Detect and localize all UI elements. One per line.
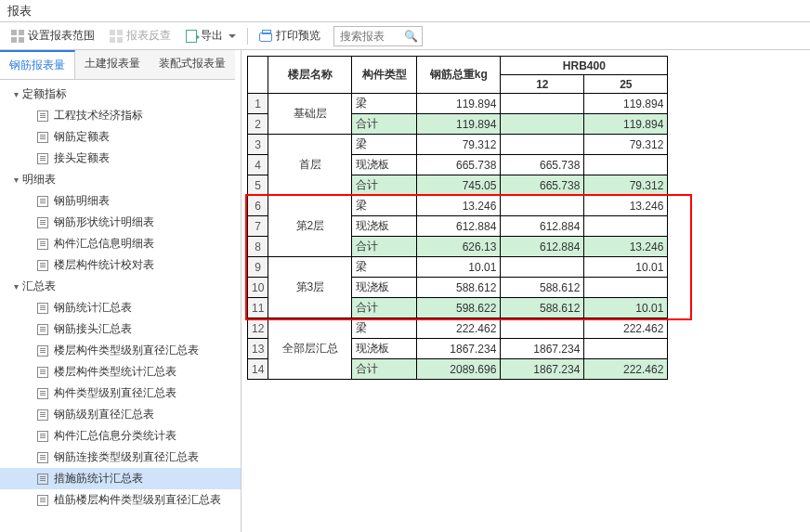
tab-civil[interactable]: 土建报表量 (75, 50, 150, 80)
tree-item-label: 钢筋形状统计明细表 (54, 214, 154, 230)
tree-item[interactable]: 楼层构件统计校对表 (0, 254, 241, 276)
tree-item-label: 构件汇总信息明细表 (54, 236, 154, 252)
search-icon[interactable]: 🔍 (399, 30, 422, 43)
set-range-button[interactable]: 设置报表范围 (6, 25, 100, 47)
table-row: 1基础层梁119.894119.894 (248, 94, 668, 114)
caret-down-icon: ▾ (9, 89, 22, 99)
tab-row: 钢筋报表量 土建报表量 装配式报表量 (0, 50, 241, 80)
tree-group-g2[interactable]: ▾明细表 (0, 169, 241, 190)
report-check-button: 报表反查 (104, 25, 176, 47)
tree-item-label: 植筋楼层构件类型级别直径汇总表 (54, 492, 221, 508)
d12-cell (501, 114, 584, 135)
d12-cell (501, 318, 584, 339)
type-cell: 梁 (352, 135, 417, 155)
row-number: 3 (248, 135, 268, 155)
row-number: 14 (248, 359, 268, 380)
weight-cell: 588.612 (417, 278, 501, 298)
d12-cell: 612.884 (501, 237, 584, 257)
tree-item[interactable]: 钢筋形状统计明细表 (0, 212, 241, 233)
export-label: 导出 (201, 28, 223, 44)
row-number: 4 (248, 155, 268, 175)
weight-cell: 222.462 (417, 318, 501, 339)
tree-item[interactable]: 楼层构件类型统计汇总表 (0, 361, 241, 383)
d12-cell (501, 257, 584, 278)
tree-item[interactable]: 钢筋连接类型级别直径汇总表 (0, 447, 241, 468)
tree-item[interactable]: 构件类型级别直径汇总表 (0, 383, 241, 404)
document-icon (37, 239, 48, 250)
document-icon (37, 324, 48, 335)
table-row: 12全部层汇总梁222.462222.462 (248, 318, 668, 339)
tab-rebar[interactable]: 钢筋报表量 (0, 50, 75, 80)
report-check-label: 报表反查 (126, 28, 171, 44)
export-button[interactable]: 导出 (180, 25, 242, 47)
tree-item[interactable]: 构件汇总信息明细表 (0, 233, 241, 254)
table-row: 9第3层梁10.0110.01 (248, 257, 668, 278)
print-preview-button[interactable]: 打印预览 (254, 25, 326, 47)
tree-item[interactable]: 工程技术经济指标 (0, 105, 241, 126)
tab-prefab[interactable]: 装配式报表量 (150, 50, 235, 80)
tree-item[interactable]: 钢筋级别直径汇总表 (0, 404, 241, 425)
tree-item-label: 钢筋接头汇总表 (54, 321, 132, 337)
tree-group-g3[interactable]: ▾汇总表 (0, 276, 241, 297)
search-input[interactable] (334, 27, 399, 45)
document-icon (37, 217, 48, 228)
document-icon (37, 495, 48, 506)
tree-item[interactable]: 措施筋统计汇总表 (0, 468, 241, 489)
d12-cell (501, 196, 584, 216)
floor-cell: 基础层 (268, 94, 352, 135)
weight-cell: 79.312 (417, 135, 501, 155)
d25-cell (584, 339, 668, 359)
document-icon (37, 153, 48, 164)
d25-cell (584, 278, 668, 298)
type-cell: 梁 (352, 94, 417, 114)
tree-item-label: 措施筋统计汇总表 (54, 471, 143, 487)
tree-item[interactable]: 植筋楼层构件类型级别直径汇总表 (0, 489, 241, 511)
row-number: 12 (248, 318, 268, 339)
tree-item[interactable]: 接头定额表 (0, 148, 241, 169)
type-cell: 现浇板 (352, 278, 417, 298)
tree-item[interactable]: 钢筋接头汇总表 (0, 318, 241, 340)
tree-item-label: 钢筋连接类型级别直径汇总表 (54, 449, 199, 465)
row-number: 7 (248, 216, 268, 237)
weight-cell: 745.05 (417, 175, 501, 196)
tree-group-g1[interactable]: ▾定额指标 (0, 84, 241, 105)
tree-item[interactable]: 钢筋定额表 (0, 126, 241, 148)
tree-item-label: 钢筋定额表 (54, 129, 110, 145)
type-cell: 合计 (352, 237, 417, 257)
tree-item-label: 构件汇总信息分类统计表 (54, 428, 176, 444)
row-number: 10 (248, 278, 268, 298)
row-number: 6 (248, 196, 268, 216)
document-icon (37, 474, 48, 485)
toolbar: 设置报表范围 报表反查 导出 打印预览 🔍 (0, 22, 810, 50)
type-cell: 现浇板 (352, 216, 417, 237)
tree-item-label: 钢筋明细表 (54, 193, 110, 209)
search-wrap: 🔍 (333, 26, 423, 46)
d25-cell: 13.246 (584, 196, 668, 216)
tree-item[interactable]: 楼层构件类型级别直径汇总表 (0, 340, 241, 361)
document-icon (37, 110, 48, 122)
weight-cell: 119.894 (417, 94, 501, 114)
row-number: 8 (248, 237, 268, 257)
d25-cell (584, 155, 668, 175)
tree-item[interactable]: 钢筋明细表 (0, 190, 241, 212)
type-cell: 合计 (352, 175, 417, 196)
tree-item[interactable]: 钢筋统计汇总表 (0, 297, 241, 318)
d12-cell: 1867.234 (501, 359, 584, 380)
chevron-down-icon (229, 34, 236, 38)
report-table: 楼层名称构件类型钢筋总重kgHRB40012251基础层梁119.894119.… (247, 56, 668, 380)
table-row: 6第2层梁13.24613.246 (248, 196, 668, 216)
tree-group-text: 明细表 (22, 172, 56, 188)
type-cell: 梁 (352, 318, 417, 339)
tree-item-label: 构件类型级别直径汇总表 (54, 385, 176, 401)
document-icon (37, 452, 48, 463)
type-cell: 合计 (352, 114, 417, 135)
caret-down-icon: ▾ (9, 281, 22, 292)
floor-cell: 首层 (268, 135, 352, 196)
weight-cell: 2089.696 (417, 359, 501, 380)
tree-item[interactable]: 构件汇总信息分类统计表 (0, 425, 241, 447)
grid-icon (110, 30, 123, 43)
document-icon (37, 409, 48, 421)
document-icon (37, 303, 48, 314)
weight-cell: 13.246 (417, 196, 501, 216)
tree-group-text: 汇总表 (22, 279, 56, 294)
